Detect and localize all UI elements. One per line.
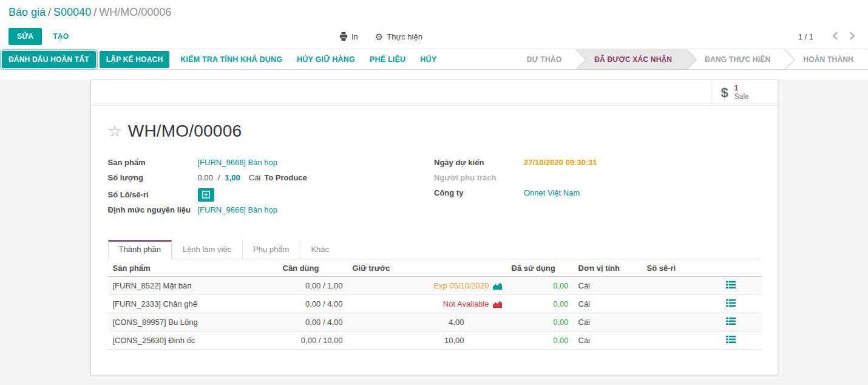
tab-misc[interactable]: Khác [300, 240, 340, 259]
control-panel: Báo giá/S00040/WH/MO/00006 SỬA TẠO In ⚙ … [0, 0, 868, 49]
quantity-uom: Cái [249, 173, 261, 182]
cancel-button[interactable]: HỦY [413, 52, 444, 67]
col-header-product[interactable]: Sản phẩm [108, 259, 278, 277]
tab-byproducts[interactable]: Phụ phẩm [242, 240, 300, 259]
planned-date-value: 27/10/2020 09:30:31 [524, 157, 597, 169]
content-area: $ 1 Sale ☆ WH/MO/00006 Sản phẩm [FURN_96… [0, 80, 868, 385]
chevron-left-icon[interactable] [830, 30, 839, 43]
list-details-icon[interactable] [726, 299, 736, 307]
table-row[interactable]: [FURN_2333] Chân ghế 0,00 / 4,00 Not Ava… [108, 295, 762, 313]
smart-button-row: $ 1 Sale [91, 80, 778, 106]
col-header-serial[interactable]: Số sê-ri [642, 259, 721, 277]
breadcrumb: Báo giá/S00040/WH/MO/00006 [8, 5, 868, 19]
field-product: Sản phẩm [FURN_9666] Bàn họp [108, 157, 435, 172]
uom-cell: Cái [574, 332, 642, 350]
actions-cell [721, 313, 762, 332]
col-header-to-consume[interactable]: Cần dùng [278, 259, 348, 277]
field-lot-serial: Số Lô/sê-ri [108, 187, 435, 202]
unreserve-button[interactable]: HỦY GIỮ HÀNG [290, 52, 362, 67]
mark-done-button[interactable]: ĐÁNH DẤU HOÀN TẤT [2, 51, 96, 68]
gear-icon: ⚙ [375, 32, 383, 41]
col-header-consumed[interactable]: Đã sử dụng [507, 259, 574, 277]
tab-components[interactable]: Thành phần [108, 240, 172, 259]
forecast-chart-icon[interactable] [493, 301, 502, 308]
action-menu-label: Thực hiện [387, 32, 422, 41]
product-cell: [CONS_89957] Bu Lông [108, 313, 278, 332]
to-consume-cell: 0,00 / 1,00 [278, 277, 348, 295]
product-link[interactable]: [FURN_9666] Bàn họp [198, 158, 278, 167]
tab-work-orders[interactable]: Lệnh làm việc [172, 240, 242, 259]
reserved-value: Not Available [443, 299, 489, 308]
sheet-body: ☆ WH/MO/00006 Sản phẩm [FURN_9666] Bàn h… [91, 106, 778, 350]
col-header-actions [721, 259, 762, 277]
action-menus: In ⚙ Thực hiện [339, 24, 422, 49]
edit-button[interactable]: SỬA [8, 28, 42, 45]
product-cell: [FURN_8522] Mặt bàn [108, 277, 278, 295]
plan-button[interactable]: LẬP KẾ HOẠCH [100, 51, 170, 68]
print-menu-button[interactable]: In [339, 32, 358, 41]
breadcrumb-current: WH/MO/00006 [99, 6, 171, 18]
field-label: Ngày dự kiến [434, 157, 524, 169]
create-button[interactable]: TẠO [47, 29, 75, 44]
print-menu-label: In [351, 32, 358, 41]
status-step-done[interactable]: HOÀN THÀNH [785, 49, 868, 69]
status-steps: DỰ THẢO ĐÃ ĐƯỢC XÁC NHẬN ĐANG THỰC HIỆN … [509, 49, 868, 69]
status-step-in-progress[interactable]: ĐANG THỰC HIỆN [687, 49, 785, 69]
field-group: Sản phẩm [FURN_9666] Bàn họp Số lượng 0,… [108, 157, 761, 219]
consumed-cell: 0,00 [507, 277, 574, 295]
favorite-star-icon[interactable]: ☆ [108, 123, 122, 139]
to-consume-cell: 0,00 / 4,00 [278, 295, 348, 313]
field-label: Số Lô/sê-ri [108, 189, 198, 201]
list-details-icon[interactable] [726, 335, 736, 344]
pager: 1 / 1 [798, 24, 857, 49]
breadcrumb-separator: / [91, 6, 99, 18]
forecast-chart-icon[interactable] [493, 282, 502, 290]
field-quantity: Số lượng 0,00/1,00CáiTo Produce [108, 172, 435, 187]
actions-cell [721, 277, 762, 295]
pager-count: 1 / 1 [798, 32, 813, 41]
uom-cell: Cái [574, 295, 642, 313]
product-cell: [FURN_2333] Chân ghế [108, 295, 278, 313]
chevron-right-icon[interactable] [848, 30, 857, 43]
status-step-confirmed[interactable]: ĐÃ ĐƯỢC XÁC NHẬN [576, 49, 687, 69]
breadcrumb-link-sale-order[interactable]: S00040 [53, 6, 91, 18]
serial-cell [642, 332, 721, 350]
table-row[interactable]: [FURN_8522] Mặt bàn 0,00 / 1,00 Exp 05/1… [108, 277, 762, 295]
quantity-done: 0,00 [198, 173, 213, 182]
statusbar-buttons: ĐÁNH DẤU HOÀN TẤT LẬP KẾ HOẠCH KIỂM TRA … [2, 49, 444, 69]
check-availability-button[interactable]: KIỂM TRA TÍNH KHẢ DỤNG [173, 52, 290, 67]
col-header-uom[interactable]: Đơn vị tính [574, 259, 642, 277]
serial-cell [642, 313, 721, 332]
add-lot-button[interactable] [198, 188, 214, 202]
table-row[interactable]: [CONS_89957] Bu Lông 0,00 / 4,00 4,00 0,… [108, 313, 762, 332]
form-sheet: $ 1 Sale ☆ WH/MO/00006 Sản phẩm [FURN_96… [90, 80, 778, 375]
field-label: Định mức nguyên liệu [108, 204, 198, 216]
bom-link[interactable]: [FURN_9666] Bàn họp [198, 205, 278, 214]
field-column-left: Sản phẩm [FURN_9666] Bàn họp Số lượng 0,… [108, 157, 435, 219]
list-details-icon[interactable] [726, 317, 736, 325]
product-cell: [CONS_25630] Đinh ốc [108, 332, 278, 350]
field-label: Số lượng [108, 172, 198, 184]
sale-smart-button[interactable]: $ 1 Sale [711, 80, 778, 105]
status-step-draft[interactable]: DỰ THẢO [509, 49, 576, 69]
scrap-button[interactable]: PHẾ LIỆU [362, 52, 413, 67]
breadcrumb-link-quotation[interactable]: Báo giá [8, 6, 46, 18]
col-header-reserved[interactable]: Giữ trước [348, 259, 507, 277]
table-row[interactable]: [CONS_25630] Đinh ốc 0,00 / 10,00 10,00 … [108, 332, 762, 350]
company-link[interactable]: Onnet Việt Nam [524, 188, 580, 197]
control-panel-buttons: SỬA TẠO In ⚙ Thực hiện 1 / 1 [8, 24, 868, 49]
sale-label: Sale [734, 93, 749, 101]
components-table: Sản phẩm Cần dùng Giữ trước Đã sử dụng Đ… [108, 259, 762, 350]
action-menu-button[interactable]: ⚙ Thực hiện [375, 32, 422, 41]
dollar-icon: $ [721, 85, 728, 101]
reserved-cell: Not Available [348, 295, 507, 313]
field-company: Công ty Onnet Việt Nam [434, 187, 761, 202]
list-details-icon[interactable] [726, 281, 736, 289]
sale-count: 1 [734, 84, 739, 93]
reserved-cell: 4,00 [348, 313, 507, 332]
printer-icon [339, 32, 348, 41]
quantity-separator: / [213, 173, 225, 182]
to-consume-cell: 0,00 / 4,00 [278, 313, 348, 332]
notebook-tabs: Thành phần Lệnh làm việc Phụ phẩm Khác [108, 240, 761, 259]
page-title: WH/MO/00006 [128, 121, 242, 141]
